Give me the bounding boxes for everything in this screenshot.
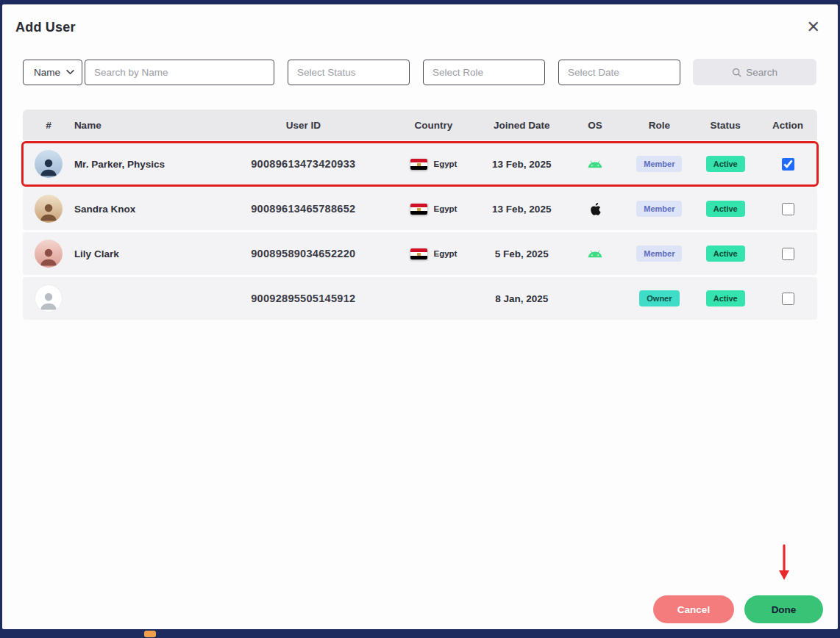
header-os: OS — [564, 120, 627, 131]
date-filter-input[interactable] — [558, 60, 680, 85]
search-input[interactable] — [85, 60, 274, 85]
avatar — [35, 240, 63, 268]
country-cell: Egypt — [388, 159, 480, 170]
row-checkbox[interactable] — [782, 203, 794, 215]
chevron-down-icon — [66, 70, 74, 75]
role-filter-input[interactable] — [423, 60, 545, 85]
header-name: Name — [74, 120, 219, 131]
status-badge: Active — [706, 290, 745, 307]
table-row[interactable]: Lily Clark 90089589034652220 Egypt 5 Feb… — [23, 232, 817, 275]
apple-icon — [589, 202, 602, 216]
search-button[interactable]: Search — [693, 59, 816, 85]
country-cell: Egypt — [388, 204, 480, 215]
country-label: Egypt — [434, 249, 458, 258]
close-icon[interactable]: ✕ — [807, 19, 820, 35]
egypt-flag-icon — [410, 159, 427, 170]
done-button[interactable]: Done — [744, 595, 823, 623]
avatar-cell — [23, 150, 74, 178]
header-action: Action — [758, 120, 817, 131]
name-filter-label: Name — [34, 67, 60, 78]
egypt-flag-icon — [410, 204, 427, 215]
avatar — [35, 195, 63, 223]
row-checkbox[interactable] — [782, 248, 794, 260]
avatar-cell — [23, 240, 74, 268]
joined-date: 8 Jan, 2025 — [480, 293, 564, 304]
joined-date: 13 Feb, 2025 — [480, 204, 564, 215]
header-country: Country — [388, 120, 480, 131]
status-filter-input[interactable] — [288, 60, 410, 85]
status-badge: Active — [706, 245, 745, 262]
country-label: Egypt — [434, 160, 458, 168]
header-user-id: User ID — [219, 120, 388, 131]
avatar-placeholder — [35, 284, 63, 312]
header-role: Role — [626, 120, 692, 131]
joined-date: 5 Feb, 2025 — [480, 248, 564, 259]
search-button-label: Search — [746, 67, 777, 78]
row-checkbox[interactable] — [782, 158, 794, 171]
role-badge: Member — [636, 245, 682, 262]
android-icon — [587, 248, 603, 259]
os-cell — [564, 202, 627, 216]
background-page-sliver — [144, 631, 156, 637]
role-badge: Member — [636, 201, 682, 217]
red-arrow-annotation — [777, 544, 791, 581]
modal-title: Add User — [15, 20, 76, 35]
search-icon — [732, 68, 741, 77]
name-filter-dropdown[interactable]: Name — [23, 60, 82, 85]
user-id: 90089613465788652 — [219, 203, 388, 215]
android-icon — [587, 159, 603, 170]
avatar-cell — [23, 284, 74, 312]
country-label: Egypt — [434, 204, 458, 213]
row-checkbox[interactable] — [782, 293, 794, 305]
users-table: # Name User ID Country Joined Date OS Ro… — [23, 110, 817, 320]
user-id: 90089589034652220 — [219, 248, 388, 259]
avatar-cell — [23, 195, 74, 223]
modal-footer: Cancel Done — [653, 595, 823, 623]
user-id: 90092895505145912 — [219, 293, 388, 304]
cancel-button[interactable]: Cancel — [653, 595, 734, 623]
joined-date: 13 Feb, 2025 — [480, 159, 564, 170]
os-cell — [564, 248, 627, 259]
table-header-row: # Name User ID Country Joined Date OS Ro… — [23, 110, 817, 140]
header-status: Status — [692, 120, 758, 131]
status-badge: Active — [706, 156, 745, 172]
table-row[interactable]: Mr. Parker, Physics 90089613473420933 Eg… — [23, 143, 817, 185]
avatar — [35, 150, 63, 178]
os-cell — [564, 159, 627, 170]
role-badge: Owner — [639, 290, 679, 307]
user-name: Mr. Parker, Physics — [74, 159, 219, 170]
modal-header: Add User ✕ — [2, 4, 838, 35]
egypt-flag-icon — [410, 248, 427, 259]
table-row[interactable]: 90092895505145912 8 Jan, 2025 Owner Acti… — [23, 277, 817, 320]
user-id: 90089613473420933 — [219, 158, 388, 170]
user-name: Sandra Knox — [74, 204, 219, 215]
table-row[interactable]: Sandra Knox 90089613465788652 Egypt 13 F… — [23, 187, 817, 230]
header-index: # — [23, 120, 74, 131]
country-cell: Egypt — [388, 248, 480, 259]
filter-bar: Name Search — [23, 59, 817, 85]
status-badge: Active — [706, 201, 745, 217]
user-name: Lily Clark — [74, 248, 219, 259]
role-badge: Member — [636, 156, 682, 172]
header-joined-date: Joined Date — [480, 120, 564, 131]
add-user-modal: Add User ✕ Name Search # Name User ID C — [2, 4, 838, 629]
